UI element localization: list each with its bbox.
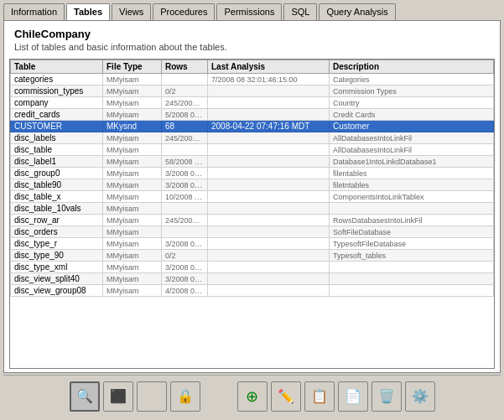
cell-rows: 3/2008 08 32:01:46:3:00 bbox=[162, 168, 208, 179]
cell-analysis bbox=[208, 132, 330, 144]
table-row[interactable]: disc_tableMMyisamAllDatabasesIntoLinkFil bbox=[11, 144, 494, 156]
content-header: ChileCompany List of tables and basic in… bbox=[4, 21, 500, 55]
cell-description: AllDatabasesIntoLinkFil bbox=[330, 132, 494, 144]
cell-analysis bbox=[208, 156, 330, 168]
cell-rows: 58/2008 08 32:01:46:3 MDT bbox=[162, 156, 208, 168]
cell-table-name: disc_orders bbox=[11, 226, 103, 238]
table-row[interactable]: disc_labelsMMyisam245/2008 08 32:05:46:3… bbox=[11, 132, 494, 144]
settings-button[interactable]: ⚙️ bbox=[405, 381, 435, 412]
table-row[interactable]: disc_table90MMyisam3/2008 08 32:01:46:3:… bbox=[11, 179, 494, 191]
table-row[interactable]: disc_view_split40MMyisam3/2008 08 32:06:… bbox=[11, 273, 494, 285]
edit-button[interactable]: ✏️ bbox=[271, 381, 301, 412]
cell-analysis: 2008-04-22 07:47:16 MDT bbox=[208, 121, 330, 132]
col-header-desc: Description bbox=[330, 60, 494, 74]
cell-description bbox=[330, 273, 494, 285]
cell-rows: 3/2008 08 32:06:46:3:00 bbox=[162, 262, 208, 273]
col-header-table: Table bbox=[11, 60, 103, 74]
table-row[interactable]: categoriesMMyisam7/2008 08 32:01:46:15:0… bbox=[11, 74, 494, 86]
tab-bar: Information Tables Views Procedures Perm… bbox=[0, 0, 504, 20]
cell-filetype: MMyisam bbox=[103, 226, 162, 238]
search-button[interactable]: 🔍 bbox=[70, 381, 100, 412]
table-row[interactable]: disc_row_arMMyisam245/2008 08 32:06:46:3… bbox=[11, 215, 494, 226]
cell-rows bbox=[162, 74, 208, 86]
cell-table-name: disc_table_10vals bbox=[11, 203, 103, 215]
table-row[interactable]: disc_type_rMMyisam3/2008 08 32:06:46:3:0… bbox=[11, 238, 494, 250]
clipboard-icon: 📄 bbox=[345, 388, 361, 404]
table-header: Table File Type Rows Last Analysis Descr… bbox=[11, 60, 494, 74]
cell-rows: 10/2008 08 32:04:46:3:00 bbox=[162, 191, 208, 203]
cell-filetype: MMyisam bbox=[103, 250, 162, 262]
cell-analysis bbox=[208, 250, 330, 262]
toolbar: 🔍 ⬛ 🔒 ⊕ ✏️ 📋 📄 🗑️ ⚙️ bbox=[3, 375, 501, 417]
cell-analysis bbox=[208, 203, 330, 215]
tab-tables[interactable]: Tables bbox=[66, 3, 110, 20]
cell-filetype: MMyisam bbox=[103, 238, 162, 250]
cell-table-name: disc_table90 bbox=[11, 179, 103, 191]
cell-rows: 4/2008 08 32:01:46:3:00 bbox=[162, 285, 208, 297]
cell-rows: 3/2008 08 32:06:46:3:00 bbox=[162, 273, 208, 285]
cell-description: Credit Cards bbox=[330, 109, 494, 121]
cell-rows: 68 bbox=[162, 121, 208, 132]
cell-analysis bbox=[208, 144, 330, 156]
cell-description: Database1IntoLinkdDatabase1 bbox=[330, 156, 494, 168]
cell-table-name: disc_view_group08 bbox=[11, 285, 103, 297]
cell-description bbox=[330, 203, 494, 215]
company-name: ChileCompany bbox=[14, 28, 490, 40]
copy-button[interactable]: 📋 bbox=[304, 381, 335, 412]
tab-query-analysis[interactable]: Query Analysis bbox=[319, 3, 395, 20]
cell-table-name: disc_row_ar bbox=[11, 215, 103, 226]
cell-table-name: disc_view_split40 bbox=[11, 273, 103, 285]
table-row[interactable]: commission_typesMMyisam0/2Commission Typ… bbox=[11, 86, 494, 97]
cell-filetype: MMyisam bbox=[103, 179, 162, 191]
blank-button[interactable] bbox=[137, 381, 167, 412]
cell-analysis bbox=[208, 262, 330, 273]
lock-button[interactable]: 🔒 bbox=[170, 381, 200, 412]
copy-icon: 📋 bbox=[311, 388, 328, 404]
cell-analysis bbox=[208, 215, 330, 226]
add-button[interactable]: ⊕ bbox=[237, 381, 268, 412]
table-row[interactable]: disc_type_xmlMMyisam3/2008 08 32:06:46:3… bbox=[11, 262, 494, 273]
cell-analysis: 7/2008 08 32:01:46:15:00 bbox=[208, 74, 330, 86]
table-row[interactable]: disc_view_group08MMyisam4/2008 08 32:01:… bbox=[11, 285, 494, 297]
col-header-analysis: Last Analysis bbox=[208, 60, 330, 74]
cell-filetype: MMyisam bbox=[103, 168, 162, 179]
cell-description: Country bbox=[330, 97, 494, 109]
tab-permissions[interactable]: Permissions bbox=[216, 3, 282, 20]
cell-filetype: MMyisam bbox=[103, 285, 162, 297]
cell-analysis bbox=[208, 226, 330, 238]
cell-description: Categories bbox=[330, 74, 494, 86]
cell-table-name: company bbox=[11, 97, 103, 109]
tab-views[interactable]: Views bbox=[112, 3, 151, 20]
cell-table-name: disc_table_x bbox=[11, 191, 103, 203]
table-row[interactable]: disc_label1MMyisam58/2008 08 32:01:46:3 … bbox=[11, 156, 494, 168]
cell-filetype: MMyisam bbox=[103, 74, 162, 86]
content-area: ChileCompany List of tables and basic in… bbox=[3, 20, 501, 373]
tab-information[interactable]: Information bbox=[3, 3, 65, 20]
cell-description: TypesoftFileDatabase bbox=[330, 238, 494, 250]
delete-button[interactable]: 🗑️ bbox=[372, 381, 402, 412]
cell-description: Typesoft_tables bbox=[330, 250, 494, 262]
table-row[interactable]: disc_type_90MMyisam0/2Typesoft_tables bbox=[11, 250, 494, 262]
tab-sql[interactable]: SQL bbox=[283, 3, 317, 20]
cell-description: Commission Types bbox=[330, 86, 494, 97]
table-row[interactable]: credit_cardsMMyisam5/2008 08 32:01:46:15… bbox=[11, 109, 494, 121]
cell-filetype: MMyisam bbox=[103, 273, 162, 285]
table-row[interactable]: CUSTOMERMKysnd682008-04-22 07:47:16 MDTC… bbox=[11, 121, 494, 132]
cell-table-name: disc_label1 bbox=[11, 156, 103, 168]
cell-table-name: CUSTOMER bbox=[11, 121, 103, 132]
stop-button[interactable]: ⬛ bbox=[103, 381, 133, 412]
table-row[interactable]: disc_table_10valsMMyisam bbox=[11, 203, 494, 215]
table-row[interactable]: companyMMyisam245/2008 08 32:05:46:15:00… bbox=[11, 97, 494, 109]
cell-analysis bbox=[208, 238, 330, 250]
cell-filetype: MMyisam bbox=[103, 132, 162, 144]
table-row[interactable]: disc_table_xMMyisam10/2008 08 32:04:46:3… bbox=[11, 191, 494, 203]
scroll-container[interactable]: Table File Type Rows Last Analysis Descr… bbox=[10, 60, 494, 368]
table-row[interactable]: disc_ordersMMyisamSoftFileDatabase bbox=[11, 226, 494, 238]
clipboard-button[interactable]: 📄 bbox=[338, 381, 368, 412]
cell-filetype: MMyisam bbox=[103, 262, 162, 273]
cell-filetype: MKysnd bbox=[103, 121, 162, 132]
cell-rows: 3/2008 08 32:01:46:3:00 bbox=[162, 179, 208, 191]
edit-icon: ✏️ bbox=[278, 388, 294, 404]
table-row[interactable]: disc_group0MMyisam3/2008 08 32:01:46:3:0… bbox=[11, 168, 494, 179]
tab-procedures[interactable]: Procedures bbox=[153, 3, 215, 20]
